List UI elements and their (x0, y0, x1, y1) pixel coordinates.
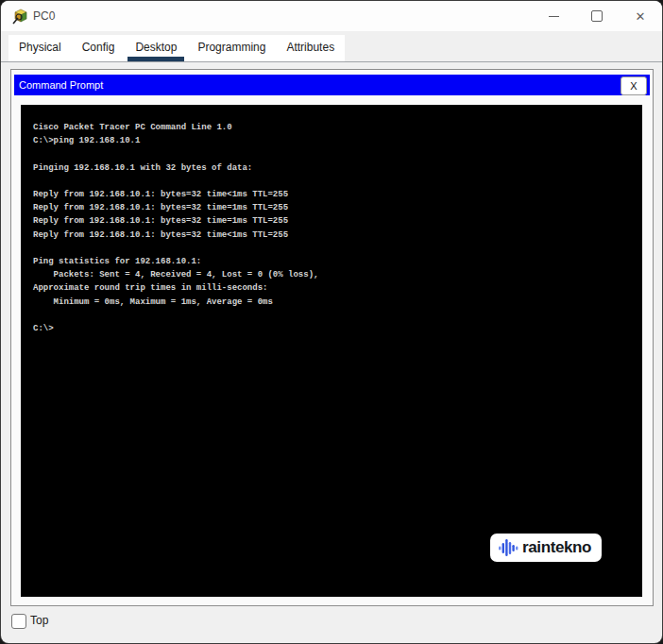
tab-pane-border (1, 61, 662, 62)
minimize-button[interactable] (532, 1, 575, 31)
tab-config[interactable]: Config (72, 35, 126, 61)
tab-desktop[interactable]: Desktop (125, 35, 187, 61)
pc0-window: PC0 ✕ Physical Config Desktop Programmin… (1, 1, 662, 643)
tab-programming[interactable]: Programming (187, 35, 276, 61)
window-title: PC0 (33, 1, 55, 31)
desktop-pane: Command Prompt X Cisco Packet Tracer PC … (10, 69, 654, 606)
minimize-icon (549, 16, 559, 17)
raintekno-label: raintekno (522, 538, 591, 557)
tab-label: Config (82, 41, 115, 54)
raintekno-watermark: raintekno (490, 534, 602, 562)
maximize-icon (591, 10, 603, 22)
close-icon: ✕ (636, 10, 646, 23)
tab-label: Programming (197, 41, 265, 54)
tab-label: Attributes (286, 41, 334, 54)
tab-label: Physical (19, 41, 61, 54)
terminal-output: Cisco Packet Tracer PC Command Line 1.0 … (21, 105, 642, 335)
top-checkbox[interactable] (11, 614, 26, 629)
command-prompt-title: Command Prompt (19, 75, 103, 95)
top-checkbox-label: Top (30, 614, 48, 628)
tab-attributes[interactable]: Attributes (276, 35, 345, 61)
maximize-button[interactable] (575, 1, 619, 31)
command-prompt-titlebar: Command Prompt X (14, 75, 650, 95)
raintekno-logo-icon (499, 537, 518, 558)
command-prompt-close-button[interactable]: X (620, 76, 647, 95)
terminal-screen[interactable]: Cisco Packet Tracer PC Command Line 1.0 … (21, 105, 642, 597)
close-button[interactable]: ✕ (619, 1, 662, 31)
packet-tracer-icon (11, 8, 27, 25)
tab-physical[interactable]: Physical (8, 35, 72, 61)
tab-label: Desktop (135, 41, 177, 54)
window-titlebar: PC0 ✕ (1, 1, 662, 31)
tab-bar: Physical Config Desktop Programming Attr… (8, 35, 345, 61)
